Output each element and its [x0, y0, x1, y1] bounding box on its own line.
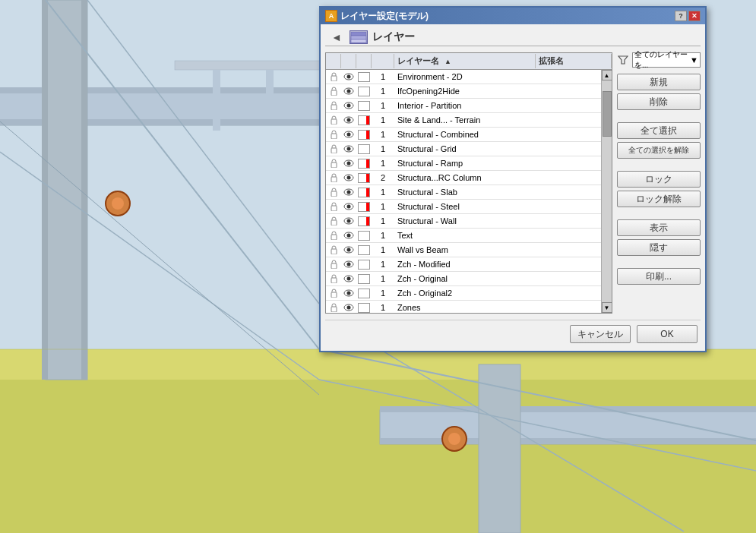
- color-cell: [356, 171, 372, 184]
- unlock-button[interactable]: ロック解除: [617, 191, 701, 207]
- title-bar-left: A レイヤー設定(モデル): [325, 10, 429, 23]
- svg-rect-74: [331, 278, 337, 283]
- svg-rect-30: [351, 36, 366, 39]
- col-layername-header[interactable]: レイヤー名 ▲: [394, 54, 536, 68]
- scroll-up-button[interactable]: ▲: [602, 70, 612, 80]
- svg-point-46: [347, 133, 351, 137]
- color-cell: [356, 229, 372, 242]
- ext-cell: [525, 156, 601, 170]
- table-row[interactable]: 1 Structural - Grid: [326, 142, 601, 156]
- svg-rect-80: [331, 307, 337, 312]
- eye-cell: [341, 243, 356, 257]
- svg-rect-28: [266, 70, 274, 115]
- scrollbar[interactable]: ▲ ▼: [601, 70, 612, 313]
- num-cell: 1: [372, 214, 394, 228]
- ok-button[interactable]: OK: [637, 325, 697, 343]
- new-button[interactable]: 新規: [617, 74, 701, 90]
- scroll-thumb[interactable]: [603, 91, 612, 137]
- lock-cell: [326, 128, 341, 141]
- svg-point-64: [347, 219, 351, 223]
- lock-cell: [326, 272, 341, 285]
- svg-point-61: [347, 205, 351, 209]
- table-row[interactable]: 1 Text: [326, 229, 601, 243]
- lock-button[interactable]: ロック: [617, 171, 701, 188]
- svg-rect-71: [331, 263, 337, 269]
- name-cell: Structura...RC Column: [394, 171, 525, 184]
- svg-point-73: [347, 263, 351, 266]
- table-scroll-area: 1 Environment - 2D 1 IfcOpening2Hide: [326, 70, 612, 313]
- table-body[interactable]: 1 Environment - 2D 1 IfcOpening2Hide: [326, 70, 601, 313]
- name-cell: Zones: [394, 301, 525, 313]
- name-cell: Text: [394, 229, 525, 242]
- eye-cell: [341, 200, 356, 213]
- close-button[interactable]: ✕: [688, 11, 701, 21]
- table-row[interactable]: 1 Structural - Ramp: [326, 156, 601, 171]
- table-row[interactable]: 1 Zch - Original: [326, 272, 601, 286]
- scroll-down-button[interactable]: ▼: [602, 302, 612, 313]
- filter-icon: [617, 54, 629, 66]
- dialog-title: レイヤー設定(モデル): [340, 10, 429, 23]
- num-cell: 1: [372, 156, 394, 170]
- ext-cell: [525, 142, 601, 156]
- ext-cell: [525, 286, 601, 300]
- cancel-button[interactable]: キャンセル: [570, 325, 631, 343]
- svg-rect-6: [46, 0, 87, 380]
- layer-table-panel: レイヤー名 ▲ 拡張名 1 Environment - 2: [325, 52, 612, 314]
- table-header: レイヤー名 ▲ 拡張名: [326, 53, 612, 70]
- lock-cell: [326, 243, 341, 257]
- table-row[interactable]: 1 Interior - Partition: [326, 99, 601, 113]
- col-lock-header: [326, 54, 341, 68]
- ext-cell: [525, 185, 601, 199]
- eye-cell: [341, 214, 356, 228]
- table-row[interactable]: 1 Zones: [326, 301, 601, 313]
- table-row[interactable]: 1 Zch - Modified: [326, 257, 601, 272]
- table-row[interactable]: 1 Structural - Steel: [326, 200, 601, 214]
- svg-point-55: [347, 176, 351, 180]
- svg-rect-50: [331, 162, 337, 168]
- table-row[interactable]: 1 Site & Land... - Terrain: [326, 113, 601, 128]
- col-num-header: [372, 54, 394, 68]
- name-cell: Structural - Slab: [394, 185, 525, 199]
- color-cell: [356, 84, 372, 98]
- col-extname-header[interactable]: 拡張名: [536, 54, 612, 68]
- hide-button[interactable]: 隠す: [617, 239, 701, 256]
- color-cell: [356, 128, 372, 141]
- delete-button[interactable]: 削除: [617, 93, 701, 110]
- svg-rect-18: [380, 438, 756, 444]
- help-button[interactable]: ?: [675, 11, 687, 21]
- table-row[interactable]: 2 Structura...RC Column: [326, 171, 601, 185]
- table-row[interactable]: 1 Structural - Wall: [326, 214, 601, 229]
- ext-cell: [525, 229, 601, 242]
- dialog-titlebar: A レイヤー設定(モデル) ? ✕: [321, 8, 705, 24]
- table-row[interactable]: 1 Structural - Combined: [326, 128, 601, 142]
- eye-cell: [341, 128, 356, 141]
- ext-cell: [525, 113, 601, 127]
- bottom-buttons: キャンセル OK: [325, 320, 701, 346]
- num-cell: 1: [372, 113, 394, 127]
- nav-arrow[interactable]: ◄: [328, 31, 345, 43]
- color-cell: [356, 113, 372, 127]
- name-cell: Wall vs Beam: [394, 243, 525, 257]
- color-cell: [356, 286, 372, 300]
- lock-cell: [326, 171, 341, 184]
- table-row[interactable]: 1 Structural - Slab: [326, 185, 601, 200]
- num-cell: 1: [372, 301, 394, 313]
- name-cell: Zch - Original: [394, 272, 525, 285]
- deselect-all-button[interactable]: 全ての選択を解除: [617, 142, 701, 159]
- filter-dropdown[interactable]: 全てのレイヤーを... ▼: [632, 52, 701, 68]
- svg-point-43: [347, 118, 351, 122]
- table-row[interactable]: 1 IfcOpening2Hide: [326, 84, 601, 99]
- table-row[interactable]: 1 Wall vs Beam: [326, 243, 601, 257]
- print-button[interactable]: 印刷...: [617, 268, 701, 285]
- svg-point-82: [347, 306, 351, 310]
- select-all-button[interactable]: 全て選択: [617, 122, 701, 139]
- table-row[interactable]: 1 Zch - Original2: [326, 286, 601, 301]
- num-cell: 1: [372, 142, 394, 156]
- svg-point-49: [347, 147, 351, 151]
- svg-point-76: [347, 277, 351, 281]
- table-row[interactable]: 1 Environment - 2D: [326, 70, 601, 84]
- show-button[interactable]: 表示: [617, 219, 701, 236]
- eye-cell: [341, 113, 356, 127]
- num-cell: 1: [372, 257, 394, 271]
- svg-point-15: [112, 197, 124, 210]
